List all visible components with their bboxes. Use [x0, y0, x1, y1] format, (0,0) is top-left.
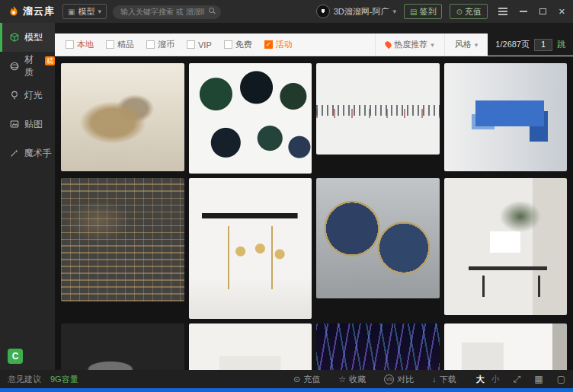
checkbox[interactable]: [66, 40, 74, 49]
thumbnail[interactable]: [444, 63, 568, 171]
feedback-link[interactable]: 意见建议: [8, 374, 41, 385]
category-dropdown[interactable]: ▣ 模型 ▾: [62, 4, 107, 19]
recharge-action[interactable]: ⊙ 充值: [293, 374, 320, 385]
search-input[interactable]: [113, 5, 221, 19]
picture-icon: [9, 119, 20, 129]
chevron-down-icon: ▾: [475, 41, 479, 49]
checkbox[interactable]: [106, 40, 114, 49]
bottom-toolbar: 意见建议 9G容量 ⊙ 充值 ☆ 收藏 VS 对比 ↓ 下载 大 小 ⤢ ▦ ▢: [0, 370, 573, 388]
checkbox-label: 精品: [117, 39, 134, 50]
window-controls: ✕: [498, 7, 565, 17]
category-label: 模型: [78, 6, 94, 18]
thumbnail[interactable]: [61, 323, 184, 370]
checkbox[interactable]: [224, 40, 232, 49]
hot-icon: [384, 40, 392, 49]
filter-local[interactable]: 本地: [66, 39, 94, 50]
magic-wand-icon: [9, 148, 20, 158]
sidebar-item-models[interactable]: 模型: [0, 23, 55, 52]
maximize-button[interactable]: [539, 8, 546, 14]
vs-icon: VS: [384, 374, 394, 384]
pagination: 1/2687页 跳: [488, 33, 573, 56]
filter-vip[interactable]: VIP: [187, 40, 212, 49]
minimize-button[interactable]: [520, 11, 527, 12]
signin-button[interactable]: ▤ 签到: [404, 4, 442, 19]
thumbnail-grid: [61, 63, 567, 370]
thumbnail[interactable]: [189, 323, 312, 370]
filter-checkbox-group: 本地 精品 溜币 VIP 免费 ✓ 活动: [55, 33, 375, 56]
username: 3D溜溜网-阿广: [334, 6, 389, 18]
sphere-icon: [9, 61, 20, 72]
capacity-label: 9G容量: [50, 374, 78, 385]
app-logo: 溜云库: [8, 5, 55, 18]
sidebar-item-label: 灯光: [24, 89, 43, 102]
thumbnail-size-toggle: 大 小: [476, 374, 500, 385]
checkbox[interactable]: [146, 40, 155, 49]
thumbnail[interactable]: [444, 178, 568, 315]
customer-service-badge[interactable]: C: [8, 349, 23, 364]
recharge-button[interactable]: ⊙ 充值: [450, 4, 487, 19]
checkbox-label: 免费: [235, 39, 252, 50]
filter-free[interactable]: 免费: [224, 39, 252, 50]
sidebar-item-label: 贴图: [24, 118, 43, 131]
filter-coin[interactable]: 溜币: [146, 39, 174, 50]
thumbnail[interactable]: [189, 63, 312, 174]
flame-logo-icon: [8, 5, 20, 18]
sidebar-item-lighting[interactable]: 灯光: [0, 81, 55, 110]
titlebar: 溜云库 ▣ 模型 ▾ 3D溜溜网-阿广 ▾ ▤ 签到 ⊙ 充值 ✕: [0, 0, 573, 23]
checkbox[interactable]: [187, 40, 195, 49]
style-dropdown[interactable]: 风格 ▾: [444, 33, 488, 56]
page-jump-button[interactable]: 跳: [557, 39, 565, 50]
checkbox-label: 活动: [276, 39, 293, 50]
sidebar-item-textures[interactable]: 贴图: [0, 110, 55, 139]
page-input[interactable]: [534, 39, 552, 51]
recharge-label: 充值: [465, 6, 482, 18]
grid-view-icon[interactable]: ▦: [534, 374, 543, 384]
download-action[interactable]: ↓ 下载: [432, 374, 456, 385]
checkbox-label: 本地: [77, 39, 94, 50]
thumbnail[interactable]: [316, 323, 440, 370]
user-menu[interactable]: 3D溜溜网-阿广 ▾: [316, 5, 396, 18]
thumbnail[interactable]: [189, 178, 312, 319]
user-chevron-down-icon: ▾: [392, 8, 396, 15]
thumbnail[interactable]: [316, 63, 440, 155]
sidebar: 模型 材质 精 灯光 贴图 魔术手 C: [0, 23, 55, 370]
action-label: 收藏: [349, 374, 366, 385]
close-button[interactable]: ✕: [559, 7, 565, 17]
fullscreen-icon[interactable]: ⤢: [514, 374, 521, 384]
search-box: [113, 4, 221, 19]
customer-service-label: C: [12, 351, 19, 362]
sidebar-item-label: 模型: [24, 31, 43, 44]
thumbnail[interactable]: [61, 63, 184, 171]
compare-action[interactable]: VS 对比: [384, 374, 414, 385]
thumbnail[interactable]: [61, 178, 184, 301]
action-label: 对比: [397, 374, 414, 385]
size-large-button[interactable]: 大: [476, 374, 485, 385]
single-view-icon[interactable]: ▢: [557, 374, 565, 384]
sidebar-item-materials[interactable]: 材质 精: [0, 52, 55, 81]
page-indicator: 1/2687页: [495, 39, 530, 50]
signin-icon: ▤: [410, 8, 417, 16]
favorite-action[interactable]: ☆ 收藏: [338, 374, 366, 385]
thumbnail[interactable]: [316, 178, 440, 298]
content-area: [55, 57, 573, 370]
sidebar-item-magic-hand[interactable]: 魔术手: [0, 139, 55, 167]
bottom-accent-bar: [0, 388, 573, 392]
avatar[interactable]: [316, 5, 330, 18]
premium-badge: 精: [45, 56, 55, 65]
chevron-down-icon: ▾: [98, 8, 101, 15]
size-small-button[interactable]: 小: [491, 374, 500, 385]
search-icon[interactable]: [209, 8, 214, 13]
filter-activity[interactable]: ✓ 活动: [264, 39, 293, 50]
chevron-down-icon: ▾: [431, 41, 434, 49]
checkbox-checked[interactable]: ✓: [264, 40, 273, 49]
filter-boutique[interactable]: 精品: [106, 39, 134, 50]
app-name: 溜云库: [23, 5, 55, 18]
sidebar-item-label: 材质: [24, 53, 42, 79]
sort-dropdown[interactable]: 热度推荐 ▾: [375, 33, 444, 56]
style-label: 风格: [455, 39, 472, 50]
thumbnail[interactable]: [444, 323, 568, 370]
star-icon: ☆: [338, 374, 346, 384]
filter-bar: 本地 精品 溜币 VIP 免费 ✓ 活动: [55, 33, 573, 56]
menu-icon[interactable]: [498, 11, 507, 12]
sort-label: 热度推荐: [394, 39, 427, 50]
